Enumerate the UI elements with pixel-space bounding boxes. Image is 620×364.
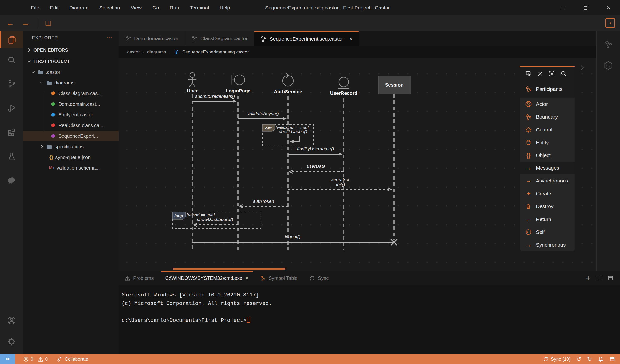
breadcrumb-castor[interactable]: .castor xyxy=(126,49,140,55)
tree-item-sync-queue-json[interactable]: {} sync-queue.json xyxy=(23,152,119,163)
palette-item-actor[interactable]: Actor xyxy=(520,98,575,110)
activity-search[interactable] xyxy=(0,48,23,72)
horizontal-scrollbar[interactable] xyxy=(173,268,285,270)
split-panel-icon[interactable] xyxy=(596,275,602,281)
tab-dom-domain[interactable]: Dom.domain.castor xyxy=(119,31,185,46)
tree-item-validation-schema[interactable]: M↓ validation-schema... xyxy=(23,163,119,173)
palette-item-boundary[interactable]: Boundary xyxy=(520,110,575,123)
tree-item-castor-folder[interactable]: .castor xyxy=(23,67,119,77)
panel-tab-symbol-table[interactable]: Symbol Table xyxy=(254,271,303,285)
remote-indicator[interactable]: >< xyxy=(0,354,15,364)
participant-loginpage[interactable] xyxy=(232,75,245,85)
undo-button[interactable]: ↺ xyxy=(574,354,584,364)
message-showdashboard-return[interactable]: showDashboard() xyxy=(194,217,238,225)
minimize-button[interactable] xyxy=(552,0,574,15)
redo-button[interactable]: ↻ xyxy=(584,354,595,364)
activity-explorer[interactable] xyxy=(0,31,23,48)
close-window-button[interactable] xyxy=(597,0,620,15)
select-tool-icon[interactable] xyxy=(525,70,532,77)
diagram-view-icon[interactable] xyxy=(597,33,620,55)
palette-item-asynchronous[interactable]: → Asynchronous xyxy=(520,174,575,187)
message-checkcache-self[interactable]: checkCache() xyxy=(279,129,307,142)
tree-item-specifications-folder[interactable]: specifications xyxy=(23,141,119,152)
participant-authservice[interactable] xyxy=(283,73,293,86)
message-findbyusername[interactable]: findByUsername() xyxy=(288,146,342,154)
palette-item-create[interactable]: + Create xyxy=(520,187,575,200)
activity-extensions[interactable] xyxy=(0,120,23,144)
section-first-project[interactable]: FIRST PROJECT xyxy=(23,56,119,67)
layout-toggle-icon[interactable] xyxy=(606,354,620,364)
participant-userrecord[interactable] xyxy=(338,77,349,88)
activity-source-control[interactable] xyxy=(0,72,23,96)
tab-classdiagram[interactable]: ClassDiagram.castor xyxy=(185,31,254,46)
menu-terminal[interactable]: Terminal xyxy=(185,3,213,12)
section-open-editors[interactable]: OPEN EDITORS xyxy=(23,45,119,56)
participant-session[interactable]: Session xyxy=(378,76,410,94)
split-editor-icon[interactable] xyxy=(40,17,56,29)
palette-item-destroy[interactable]: Destroy xyxy=(520,200,575,213)
panel-tab-terminal[interactable]: C:\WINDOWS\SYSTEM32\cmd.exe × xyxy=(159,271,254,285)
tree-item-sequence-experiment[interactable]: SequenceExperi... xyxy=(23,131,119,141)
terminal-line: (c) Microsoft Corporation. All rights re… xyxy=(122,299,620,308)
restore-button[interactable] xyxy=(574,0,597,15)
palette-collapse-icon[interactable] xyxy=(578,63,587,72)
message-submitcredentials[interactable]: submitCredentials() xyxy=(192,94,236,101)
settings-gear-icon[interactable] xyxy=(0,331,23,352)
menu-diagram[interactable]: Diagram xyxy=(65,3,93,12)
menu-help[interactable]: Help xyxy=(215,3,234,12)
panel-layout-icon[interactable] xyxy=(607,275,614,281)
forward-button[interactable]: → xyxy=(18,17,33,29)
tree-item-diagrams-folder[interactable]: diagrams xyxy=(23,77,119,88)
menu-edit[interactable]: Edit xyxy=(46,3,63,12)
terminal-output[interactable]: Microsoft Windows [Version 10.0.26200.81… xyxy=(119,285,620,325)
new-terminal-icon[interactable]: + xyxy=(586,274,590,283)
message-authtoken-return[interactable]: authToken xyxy=(240,199,288,206)
menu-file[interactable]: File xyxy=(27,3,44,12)
close-tab-icon[interactable]: × xyxy=(349,36,352,42)
palette-group-participants[interactable]: Participants xyxy=(520,81,575,98)
menu-run[interactable]: Run xyxy=(165,3,184,12)
breadcrumb-diagrams[interactable]: diagrams xyxy=(147,49,166,55)
fit-view-icon[interactable] xyxy=(549,70,555,77)
delete-tool-icon[interactable] xyxy=(537,71,543,77)
notifications-bell-icon[interactable] xyxy=(595,354,606,364)
palette-item-control[interactable]: Control xyxy=(520,123,575,136)
palette-item-self[interactable]: Self xyxy=(520,226,575,238)
message-validateasync[interactable]: validateAsync() xyxy=(238,111,286,119)
svg-text:«create»: «create» xyxy=(331,177,349,182)
activity-castor[interactable] xyxy=(0,168,23,193)
back-button[interactable]: ← xyxy=(2,17,18,29)
palette-item-synchronous[interactable]: → Synchronous xyxy=(520,238,575,251)
palette-item-object[interactable]: {} Object xyxy=(520,149,575,162)
panel-tab-problems[interactable]: Problems xyxy=(119,271,159,285)
message-logout[interactable]: logout() xyxy=(192,234,397,245)
explorer-more-actions-icon[interactable]: ⋯ xyxy=(107,34,113,41)
palette-item-return[interactable]: ← Return xyxy=(520,213,575,226)
breadcrumb-file[interactable]: SequenceExperiment.seq.castor xyxy=(182,49,249,55)
tree-item-dom-domain[interactable]: Dom.domain.cast... xyxy=(23,99,119,109)
panel-tab-sync[interactable]: Sync xyxy=(303,271,334,285)
zoom-search-icon[interactable] xyxy=(560,70,567,77)
terminal-panel-toggle[interactable]: › xyxy=(605,18,615,28)
hex-inspector-icon[interactable] xyxy=(597,55,620,76)
menu-selection[interactable]: Selection xyxy=(95,3,124,12)
participant-label: AuthService xyxy=(274,89,302,94)
menu-view[interactable]: View xyxy=(126,3,146,12)
palette-item-entity[interactable]: Entity xyxy=(520,136,575,149)
participant-user[interactable] xyxy=(188,73,196,87)
menu-go[interactable]: Go xyxy=(148,3,163,12)
message-create-init[interactable]: «create» init() xyxy=(288,177,391,189)
tab-sequence-experiment[interactable]: SequenceExperiment.seq.castor × xyxy=(254,31,359,46)
collaborate-button[interactable]: Collaborate xyxy=(54,354,91,364)
activity-run-debug[interactable] xyxy=(0,96,23,120)
close-panel-tab-icon[interactable]: × xyxy=(245,275,248,281)
tree-item-classdiagram[interactable]: ClassDiagram.cas... xyxy=(23,88,119,99)
sync-status-button[interactable]: Sync (19) xyxy=(540,354,573,364)
account-icon[interactable] xyxy=(0,310,23,331)
tree-item-entity-erd[interactable]: Entity.erd.castor xyxy=(23,109,119,120)
problems-status[interactable]: 0 0 xyxy=(20,354,51,364)
message-userdata-return[interactable]: userData xyxy=(290,164,344,172)
palette-group-messages[interactable]: → Messages xyxy=(520,162,575,174)
activity-testing[interactable] xyxy=(0,144,23,168)
tree-item-realclass[interactable]: RealClass.class.ca... xyxy=(23,120,119,131)
